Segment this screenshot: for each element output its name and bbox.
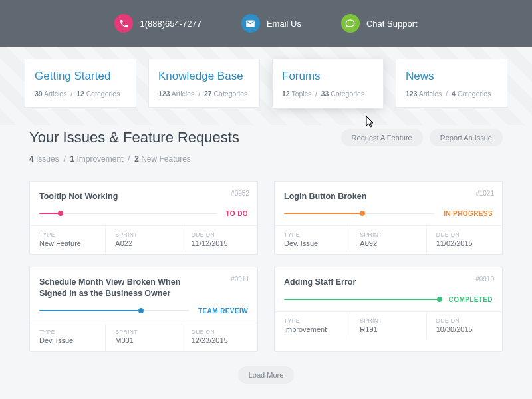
progress-track — [284, 213, 434, 214]
issue-meta: TYPENew FeatureSPRINTA022DUE ON11/12/201… — [30, 225, 257, 254]
nav-card-title: News — [406, 70, 497, 83]
email-contact[interactable]: Email Us — [241, 14, 301, 33]
issue-status: TEAM REVEIW — [198, 307, 248, 315]
phone-number: 1(888)654-7277 — [140, 19, 201, 29]
chat-contact[interactable]: Chat Support — [341, 14, 418, 33]
issue-id: #0911 — [231, 275, 249, 283]
issue-id: #0952 — [231, 190, 249, 197]
issues-grid: #0952Tooltip Not WorkingTO DOTYPENew Fea… — [29, 181, 503, 352]
nav-card-knowledge-base[interactable]: Knowledge Base123 Articles / 27 Categori… — [148, 59, 260, 108]
nav-card-meta: 12 Topics / 33 Categories — [282, 90, 374, 98]
issue-card[interactable]: #0911Schedule Month View Broken When Sig… — [29, 267, 258, 352]
issue-title: Login Button Broken — [284, 191, 430, 202]
load-more-button[interactable]: Load More — [238, 366, 295, 384]
progress-track — [39, 310, 189, 311]
email-label: Email Us — [267, 19, 301, 29]
issue-id: #0910 — [475, 275, 494, 283]
issue-card[interactable]: #1021Login Button BrokenIN PROGRESSTYPED… — [274, 181, 503, 255]
issue-title: Tooltip Not Working — [39, 191, 186, 202]
progress-track — [39, 213, 217, 214]
issue-status: IN PROGRESS — [444, 210, 493, 217]
section-title: Your Issues & Feature Requests — [29, 129, 239, 146]
nav-card-title: Forums — [282, 70, 374, 83]
issue-id: #1021 — [475, 190, 494, 197]
chat-label: Chat Support — [366, 19, 418, 29]
nav-card-title: Knowledge Base — [158, 70, 250, 83]
nav-card-meta: 39 Articles / 12 Categories — [35, 90, 126, 98]
report-issue-button[interactable]: Report An Issue — [430, 129, 503, 146]
issue-title: Adding Staff Error — [284, 277, 430, 288]
email-icon — [241, 14, 260, 33]
category-nav: Getting Started39 Articles / 12 Categori… — [0, 47, 532, 125]
phone-contact[interactable]: 1(888)654-7277 — [114, 14, 201, 33]
issue-title: Schedule Month View Broken When Signed i… — [39, 277, 186, 299]
phone-icon — [114, 14, 133, 33]
issue-meta: TYPEImprovementSPRINTR191DUE ON10/30/201… — [275, 311, 502, 340]
nav-card-meta: 123 Articles / 4 Categories — [406, 90, 497, 98]
progress-track — [284, 299, 440, 300]
issue-meta: TYPEDev. IssueSPRINTA092DUE ON11/02/2015 — [275, 225, 502, 254]
nav-card-getting-started[interactable]: Getting Started39 Articles / 12 Categori… — [25, 59, 136, 108]
issue-status: COMPLETED — [449, 296, 493, 303]
nav-card-forums[interactable]: Forums12 Topics / 33 Categories — [272, 59, 384, 108]
issue-card[interactable]: #0910Adding Staff ErrorCOMPLETEDTYPEImpr… — [274, 267, 503, 352]
nav-card-title: Getting Started — [35, 70, 126, 83]
issue-card[interactable]: #0952Tooltip Not WorkingTO DOTYPENew Fea… — [29, 181, 258, 255]
nav-card-news[interactable]: News123 Articles / 4 Categories — [396, 59, 507, 108]
request-feature-button[interactable]: Request A Feature — [341, 129, 423, 146]
hero-contact-bar: 1(888)654-7277 Email Us Chat Support — [0, 0, 532, 47]
issues-summary: 4 Issues / 1 Improvement / 2 New Feature… — [29, 154, 503, 164]
issue-status: TO DO — [226, 210, 248, 217]
nav-card-meta: 123 Articles / 27 Categories — [158, 90, 250, 98]
chat-icon — [341, 14, 360, 33]
issue-meta: TYPEDev. IssueSPRINTM001DUE ON12/23/2015 — [30, 323, 257, 351]
